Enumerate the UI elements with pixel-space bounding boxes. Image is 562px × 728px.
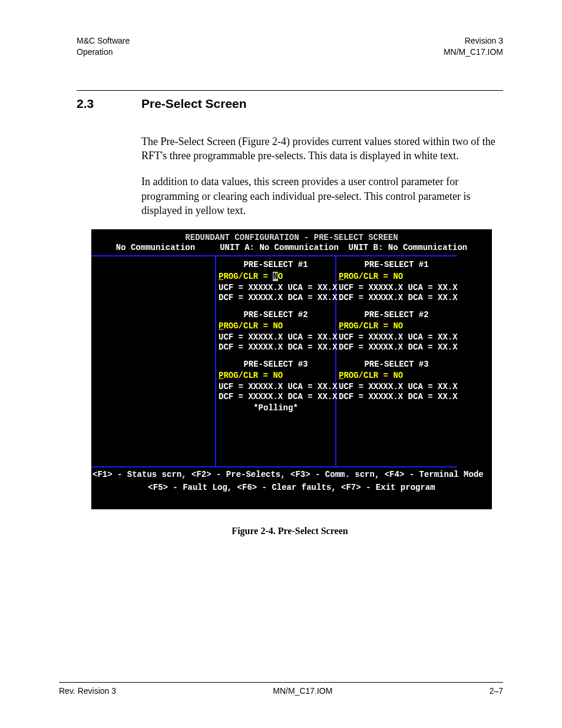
footer-center: MN/M_C17.IOM <box>273 686 332 696</box>
header-left-1: M&C Software <box>77 35 130 47</box>
unit-a-column: PRE-SELECT #1 PROG/CLR = NO UCF = XXXXX.… <box>216 255 336 467</box>
terminal-screenshot: REDUNDANT CONFIGURATION - PRE-SELECT SCR… <box>91 229 492 509</box>
ucf-line: UCF = XXXXX.X UCA = XX.X <box>219 283 333 293</box>
unit-a-ps3: PRE-SELECT #3 PROG/CLR = NO UCF = XXXXX.… <box>219 360 333 402</box>
unit-b-ps3: PRE-SELECT #3 PROG/CLR = NO UCF = XXXXX.… <box>339 360 454 402</box>
ucf-line: UCF = XXXXX.X UCA = XX.X <box>219 382 333 392</box>
terminal-title: REDUNDANT CONFIGURATION - PRE-SELECT SCR… <box>91 229 492 243</box>
header-rule <box>77 90 503 91</box>
footer-rule <box>59 682 503 683</box>
unit-b-column: PRE-SELECT #1 PROG/CLR = NO UCF = XXXXX.… <box>336 255 457 467</box>
dcf-line: DCF = XXXXX.X DCA = XX.X <box>339 342 454 353</box>
dcf-line: DCF = XXXXX.X DCA = XX.X <box>339 392 454 402</box>
ps-title: PRE-SELECT #3 <box>339 360 454 370</box>
ps-title: PRE-SELECT #2 <box>339 310 454 320</box>
prog-clr-field[interactable]: PROG/CLR = NO <box>219 371 333 381</box>
page-footer: Rev. Revision 3 MN/M_C17.IOM 2–7 <box>59 682 503 696</box>
unit-b-ps2: PRE-SELECT #2 PROG/CLR = NO UCF = XXXXX.… <box>339 310 454 353</box>
cursor: N <box>273 272 277 281</box>
footer-right: 2–7 <box>490 686 503 696</box>
prog-clr-field[interactable]: PROG/CLR = NO <box>219 321 333 331</box>
prog-clr-field[interactable]: PROG/CLR = NO <box>339 272 454 282</box>
header-right-2: MN/M_C17.IOM <box>444 47 503 58</box>
page-header: M&C Software Operation Revision 3 MN/M_C… <box>77 35 503 58</box>
unit-b-ps1: PRE-SELECT #1 PROG/CLR = NO UCF = XXXXX.… <box>339 260 454 302</box>
prog-clr-field[interactable]: PROG/CLR = NO <box>339 321 454 331</box>
terminal-sidebar <box>91 255 216 467</box>
section-number: 2.3 <box>77 97 141 111</box>
figure-caption: Figure 2-4. Pre-Select Screen <box>77 526 503 536</box>
unit-a-ps1: PRE-SELECT #1 PROG/CLR = NO UCF = XXXXX.… <box>219 260 333 302</box>
paragraph-1: The Pre-Select Screen (Figure 2-4) provi… <box>141 134 503 163</box>
section-title: Pre-Select Screen <box>141 97 247 110</box>
paragraph-2: In addition to data values, this screen … <box>141 174 503 218</box>
fkeys-line-2: <F5> - Fault Log, <F6> - Clear faults, <… <box>91 483 492 493</box>
prog-clr-field[interactable]: PROG/CLR = NO <box>219 272 333 282</box>
ps-title: PRE-SELECT #1 <box>219 260 333 270</box>
prog-clr-field[interactable]: PROG/CLR = NO <box>339 371 454 381</box>
dcf-line: DCF = XXXXX.X DCA = XX.X <box>219 293 333 303</box>
ucf-line: UCF = XXXXX.X UCA = XX.X <box>219 332 333 342</box>
ucf-line: UCF = XXXXX.X UCA = XX.X <box>339 332 454 342</box>
dcf-line: DCF = XXXXX.X DCA = XX.X <box>219 392 333 402</box>
header-right-1: Revision 3 <box>444 35 503 47</box>
ps-title: PRE-SELECT #3 <box>219 360 333 370</box>
ps-title: PRE-SELECT #2 <box>219 310 333 320</box>
section-heading: 2.3Pre-Select Screen <box>77 97 503 111</box>
terminal-status: No Communication UNIT A: No Communicatio… <box>91 243 492 255</box>
polling-indicator: *Polling* <box>219 403 333 413</box>
fkeys-line-1: <F1> - Status scrn, <F2> - Pre-Selects, … <box>91 470 492 480</box>
dcf-line: DCF = XXXXX.X DCA = XX.X <box>219 342 333 353</box>
header-left-2: Operation <box>77 47 130 58</box>
dcf-line: DCF = XXXXX.X DCA = XX.X <box>339 293 454 303</box>
ps-title: PRE-SELECT #1 <box>339 260 454 270</box>
footer-left: Rev. Revision 3 <box>59 686 116 696</box>
ucf-line: UCF = XXXXX.X UCA = XX.X <box>339 283 454 293</box>
unit-a-ps2: PRE-SELECT #2 PROG/CLR = NO UCF = XXXXX.… <box>219 310 333 353</box>
ucf-line: UCF = XXXXX.X UCA = XX.X <box>339 382 454 392</box>
